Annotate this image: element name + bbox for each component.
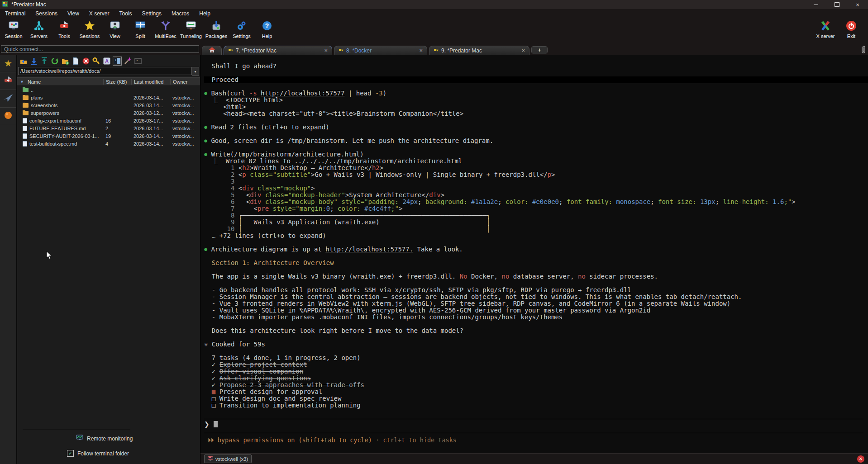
terminal-line <box>204 253 868 260</box>
table-row[interactable]: screenshots2026-03-14...vstockw... <box>17 101 200 109</box>
close-button[interactable]: × <box>847 0 868 9</box>
packages-icon <box>210 20 222 33</box>
parent-folder-icon <box>23 88 29 92</box>
maximize-button[interactable] <box>826 0 847 9</box>
toolbar-tools-button[interactable]: Tools <box>52 18 77 39</box>
table-row[interactable]: .. <box>17 86 200 94</box>
terminal-line: ■ Present design for approval <box>204 388 868 395</box>
prompt-chevron: ❯ <box>204 421 210 428</box>
toolbar-multiexec-button[interactable]: MultiExec <box>153 18 178 39</box>
window-title: *Predator Mac <box>11 1 46 8</box>
delete-button[interactable] <box>81 57 91 66</box>
plus-icon: + <box>538 47 541 53</box>
toolbar-servers-button[interactable]: Servers <box>26 18 52 39</box>
menu-tools[interactable]: Tools <box>114 10 137 17</box>
menu-xserver[interactable]: X server <box>84 10 114 17</box>
terminal-line <box>204 239 868 246</box>
table-row[interactable]: FUTURE-FEATURES.md22026-03-14...vstockw.… <box>17 124 200 132</box>
column-size[interactable]: Size (KB) <box>103 79 131 85</box>
new-folder-button[interactable] <box>61 57 70 66</box>
terminal-line: ⏺ Bash(curl -s http://localhost:57577 | … <box>204 90 868 97</box>
table-row[interactable]: superpowers2026-03-12...vstockw... <box>17 109 200 117</box>
column-owner[interactable]: Owner <box>170 79 200 85</box>
download-button[interactable] <box>29 57 38 66</box>
toolbar-view-button[interactable]: View <box>102 18 128 39</box>
table-row[interactable]: test-buildout-spec.md42026-03-14...vstoc… <box>17 140 200 147</box>
toolbar-tunneling-button[interactable]: Tunneling <box>178 18 204 39</box>
terminal-line: Section 1: Architecture Overview <box>204 260 868 266</box>
tools-knife-icon <box>58 20 70 33</box>
tab-close-icon[interactable]: × <box>521 47 525 53</box>
table-row[interactable]: SECURITY-AUDIT-2026-03-1...192026-03-14.… <box>17 132 200 140</box>
new-tab-button[interactable]: + <box>531 46 548 54</box>
tab-home[interactable] <box>202 46 222 55</box>
toolbar-xserver-button[interactable]: X server <box>811 18 840 39</box>
sidetab-sessions[interactable]: ★ <box>0 55 16 72</box>
file-table-body: ..plans2026-03-14...vstockw...screenshot… <box>17 86 200 147</box>
refresh-button[interactable] <box>50 57 59 66</box>
minimize-icon <box>814 5 818 5</box>
new-file-button[interactable] <box>71 57 80 66</box>
quick-connect-input[interactable] <box>1 45 199 53</box>
sidetab-sftp[interactable] <box>0 108 16 125</box>
terminal-panel[interactable]: Shall I go ahead? Proceed ⏺ Bash(curl -s… <box>200 55 868 453</box>
path-dropdown-button[interactable]: ▾ <box>192 67 199 76</box>
follow-terminal-checkbox[interactable]: ✓ <box>67 450 74 457</box>
menu-settings[interactable]: Settings <box>137 10 167 17</box>
menu-sessions[interactable]: Sessions <box>30 10 62 17</box>
toolbar-packages-button[interactable]: Packages <box>204 18 229 39</box>
help-icon: ? <box>261 20 273 33</box>
maximize-icon <box>835 2 839 7</box>
menu-view[interactable]: View <box>62 10 84 17</box>
toolbar-session-button[interactable]: Session <box>1 18 26 39</box>
column-name[interactable]: ▼Name <box>17 79 103 85</box>
file-icon <box>23 118 27 123</box>
table-row[interactable]: plans2026-03-14...vstockw... <box>17 94 200 101</box>
menu-terminal[interactable]: Terminal <box>0 10 30 17</box>
tab-docker-8[interactable]: 8. *Docker × <box>334 46 427 55</box>
terminal-line: The app is a single Wails v3 binary (wra… <box>204 273 868 280</box>
sidebar-divider <box>23 429 130 429</box>
tab-predator-mac-7[interactable]: 7. *Predator Mac × <box>224 46 332 55</box>
terminal-prompt[interactable]: ❯ <box>204 421 218 428</box>
font-button[interactable]: A <box>102 57 111 66</box>
toolbar-settings-button[interactable]: Settings <box>229 18 254 39</box>
toolbar-exit-button[interactable]: Exit <box>840 18 863 39</box>
toolbar-sessions-button[interactable]: Sessions <box>77 18 102 39</box>
terminal-line: Shall I go ahead? <box>204 63 868 70</box>
column-modified[interactable]: Last modified <box>131 79 170 85</box>
remote-monitoring[interactable]: Remote monitoring <box>76 435 133 442</box>
tab-predator-mac-9[interactable]: 9. *Predator Mac × <box>429 46 529 55</box>
menu-help[interactable]: Help <box>194 10 215 17</box>
view-icon <box>109 20 121 33</box>
key-button[interactable] <box>92 57 101 66</box>
follow-terminal-label: Follow terminal folder <box>77 450 129 457</box>
parent-folder-button[interactable] <box>19 57 28 66</box>
toolbar-split-button[interactable]: Split <box>128 18 153 39</box>
sidetab-macros[interactable] <box>0 90 16 108</box>
upload-button[interactable] <box>40 57 49 66</box>
tab-close-icon[interactable]: × <box>419 47 423 53</box>
remote-monitoring-label: Remote monitoring <box>87 436 133 442</box>
table-row[interactable]: config-export.mobaconf162026-03-17...vst… <box>17 117 200 124</box>
menu-macros[interactable]: Macros <box>167 10 194 17</box>
terminal-line <box>204 280 868 287</box>
alert-button[interactable]: ✕ <box>857 455 864 463</box>
terminal-button[interactable]: > <box>134 57 143 66</box>
terminal-line: 2 <p class="subtitle">Go + Wails v3 | Wi… <box>204 171 868 178</box>
tab-close-icon[interactable]: × <box>324 47 328 53</box>
path-input[interactable] <box>18 67 192 75</box>
terminal-line: ⎿ <!DOCTYPE html> <box>204 97 868 104</box>
terminal-line: 6 <div class="mockup-body" style="paddin… <box>204 199 868 205</box>
star-icon: ★ <box>4 58 12 69</box>
sidetab-tools[interactable] <box>0 72 16 90</box>
toolbar-help-button[interactable]: ? Help <box>254 18 280 39</box>
terminal-line <box>204 70 868 76</box>
terminal-line: ✳ Cooked for 59s <box>204 341 868 348</box>
minimize-button[interactable] <box>806 0 826 9</box>
svg-text:A: A <box>105 58 109 65</box>
terminal-line <box>204 334 868 341</box>
session-bottom-tab[interactable]: vstockwell (x3) <box>204 455 252 463</box>
dual-pane-toggle[interactable] <box>113 57 122 66</box>
wand-button[interactable] <box>123 57 132 66</box>
